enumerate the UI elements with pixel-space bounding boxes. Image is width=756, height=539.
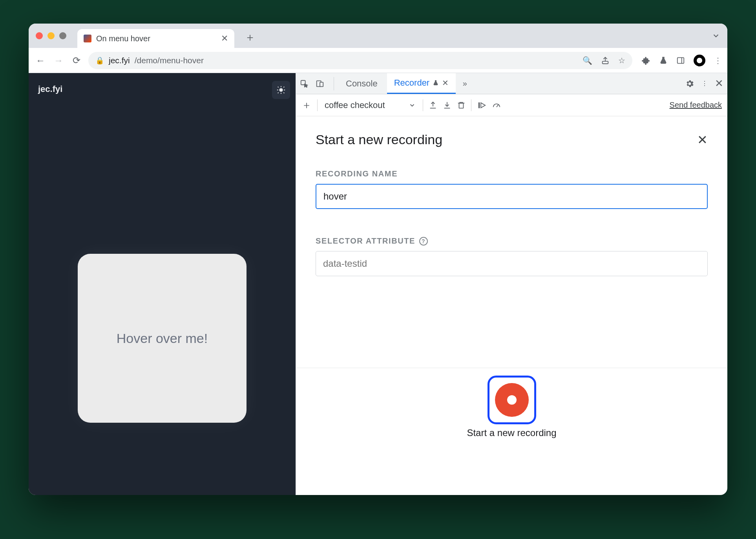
divider [296, 368, 727, 368]
svg-rect-14 [320, 82, 323, 86]
start-recording-button[interactable] [488, 376, 536, 424]
browser-window: On menu hover ✕ ＋ ← → ⟳ 🔒 jec.fyi/demo/m… [29, 24, 727, 495]
svg-rect-16 [478, 103, 479, 108]
svg-line-18 [497, 104, 499, 107]
settings-icon[interactable] [685, 79, 694, 88]
minimize-window-button[interactable] [47, 32, 55, 39]
tab-console[interactable]: Console [339, 73, 385, 94]
window-controls [36, 32, 66, 39]
svg-line-10 [283, 87, 284, 88]
import-icon[interactable] [443, 101, 451, 110]
tab-title: On menu hover [96, 34, 150, 43]
replay-icon[interactable] [477, 101, 486, 110]
hover-card[interactable]: Hover over me! [78, 254, 247, 423]
hover-card-text: Hover over me! [117, 331, 208, 346]
close-devtools-button[interactable]: ✕ [715, 77, 723, 90]
favicon-icon [84, 35, 91, 42]
address-bar[interactable]: 🔒 jec.fyi/demo/menu-hover 🔍 ☆ [88, 52, 632, 69]
chevron-down-icon [409, 102, 416, 109]
reload-button[interactable]: ⟳ [70, 55, 83, 66]
toolbar: ← → ⟳ 🔒 jec.fyi/demo/menu-hover 🔍 ☆ [29, 48, 727, 73]
content-area: jec.fyi Hover over me! Console [29, 73, 727, 495]
svg-rect-0 [603, 61, 608, 63]
selector-attribute-label: SELECTOR ATTRIBUTE ? [316, 236, 708, 246]
panel-title: Start a new recording [316, 132, 442, 147]
close-window-button[interactable] [36, 32, 43, 39]
start-recording-label: Start a new recording [467, 427, 556, 438]
recording-select-value: coffee checkout [325, 100, 385, 110]
svg-marker-17 [481, 103, 485, 108]
svg-point-3 [279, 88, 283, 92]
kebab-menu-icon[interactable]: ⋮ [701, 80, 708, 87]
delete-icon[interactable] [457, 101, 466, 110]
selector-attribute-input[interactable] [316, 251, 708, 276]
close-tab-icon[interactable]: ✕ [442, 78, 449, 88]
recorder-panel: Start a new recording ✕ RECORDING NAME S… [296, 116, 727, 495]
recorder-toolbar: ＋ coffee checkout [296, 94, 727, 116]
record-icon [495, 383, 529, 417]
send-feedback-link[interactable]: Send feedback [670, 101, 722, 110]
theme-toggle-button[interactable] [272, 81, 290, 99]
panel-icon[interactable] [676, 56, 685, 65]
recording-select[interactable]: coffee checkout [323, 99, 417, 112]
maximize-window-button[interactable] [59, 32, 66, 39]
help-icon[interactable]: ? [419, 237, 428, 246]
url-path: /demo/menu-hover [135, 56, 204, 65]
record-button-group: Start a new recording [296, 376, 727, 438]
svg-line-8 [278, 87, 279, 88]
devtools-panel: Console Recorder ✕ » ⋮ ✕ [296, 73, 727, 495]
star-icon[interactable]: ☆ [618, 56, 625, 65]
menu-button[interactable]: ⋮ [714, 56, 722, 65]
beaker-icon [433, 80, 439, 86]
extensions-icon[interactable] [642, 56, 650, 65]
svg-rect-1 [677, 57, 684, 63]
new-tab-button[interactable]: ＋ [245, 30, 256, 45]
zoom-out-icon[interactable]: 🔍 [583, 56, 592, 65]
close-tab-button[interactable]: ✕ [221, 33, 228, 44]
inspect-icon[interactable] [300, 79, 313, 88]
new-recording-button[interactable]: ＋ [301, 98, 312, 112]
lock-icon: 🔒 [95, 56, 104, 65]
titlebar: On menu hover ✕ ＋ [29, 24, 727, 48]
share-icon[interactable] [601, 56, 610, 65]
more-tabs-button[interactable]: » [458, 79, 471, 88]
recording-name-label: RECORDING NAME [316, 169, 708, 178]
device-toggle-icon[interactable] [316, 79, 329, 88]
forward-button[interactable]: → [52, 55, 65, 66]
devtools-tabstrip: Console Recorder ✕ » ⋮ ✕ [296, 73, 727, 94]
browser-tab[interactable]: On menu hover ✕ [77, 29, 234, 48]
site-name: jec.fyi [38, 84, 286, 94]
tab-overflow-button[interactable] [712, 31, 720, 40]
svg-line-9 [283, 92, 284, 93]
svg-line-11 [278, 92, 279, 93]
recording-name-input[interactable] [316, 184, 708, 209]
tab-recorder[interactable]: Recorder ✕ [387, 73, 456, 94]
toolbar-icons: ⋮ [642, 55, 722, 66]
export-icon[interactable] [429, 101, 437, 110]
demo-page: jec.fyi Hover over me! [29, 73, 296, 495]
url-host: jec.fyi [109, 56, 130, 65]
profile-avatar[interactable] [694, 55, 705, 66]
close-panel-button[interactable]: ✕ [697, 132, 708, 147]
back-button[interactable]: ← [34, 55, 47, 66]
svg-rect-15 [459, 103, 463, 108]
labs-icon[interactable] [659, 56, 668, 65]
performance-icon[interactable] [492, 101, 501, 110]
